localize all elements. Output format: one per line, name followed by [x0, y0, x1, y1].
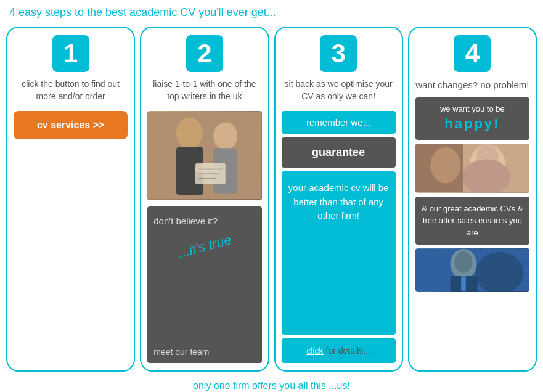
consultants-svg [147, 111, 261, 200]
academic-cv-box: your academic cv will be better than tha… [282, 171, 396, 335]
meet-team-text: meet our team [153, 347, 255, 357]
step-3-description: sit back as we optimise your CV as only … [282, 78, 396, 102]
happy-word: happy! [422, 115, 523, 134]
column-2: 2 liaise 1-to-1 with one of the top writ… [140, 27, 269, 372]
smile-image [415, 144, 529, 193]
column-4: 4 want changes? no problem! we want you … [408, 27, 537, 372]
svg-point-20 [454, 251, 472, 273]
cv-services-button[interactable]: cv services >> [14, 111, 128, 139]
consultants-image [147, 111, 261, 200]
our-team-link[interactable]: our team [175, 347, 209, 357]
man-image [415, 248, 529, 292]
step-3-number: 3 [320, 35, 357, 72]
guarantee-bar: guarantee [282, 137, 396, 168]
column-3: 3 sit back as we optimise your CV as onl… [274, 27, 403, 372]
step-1-number: 1 [52, 35, 89, 72]
dont-believe-text: don't believe it? [153, 216, 255, 226]
columns-wrapper: 1 click the button to find out more and/… [6, 27, 537, 372]
step-2-description: liaise 1-to-1 with one of the top writer… [147, 78, 261, 102]
svg-rect-19 [461, 276, 466, 291]
step-2-number: 2 [186, 35, 223, 72]
want-changes-text: want changes? no problem! [415, 78, 529, 91]
dont-believe-box: don't believe it? ...it's true meet our … [147, 206, 261, 363]
footer-text: only one firm offers you all this ...us! [6, 380, 537, 391]
smile-svg [415, 144, 529, 193]
svg-point-1 [176, 118, 203, 149]
page-title: 4 easy steps to the best academic CV you… [6, 6, 537, 19]
svg-point-15 [430, 147, 460, 184]
svg-rect-0 [147, 112, 261, 199]
man-svg [415, 248, 529, 292]
step-4-number: 4 [454, 35, 491, 72]
click-details-bar: click for details... [282, 338, 396, 363]
click-details-link[interactable]: click [306, 346, 323, 356]
great-cvs-box: & our great academic CVs & free after-sa… [415, 197, 529, 245]
remember-bar: remember we... [282, 111, 396, 134]
its-true-text: ...it's true [176, 232, 233, 261]
svg-point-3 [214, 123, 238, 150]
step-1-description: click the button to find out more and/or… [14, 78, 128, 102]
column-1: 1 click the button to find out more and/… [6, 27, 135, 372]
happy-box: we want you to be happy! [415, 97, 529, 140]
